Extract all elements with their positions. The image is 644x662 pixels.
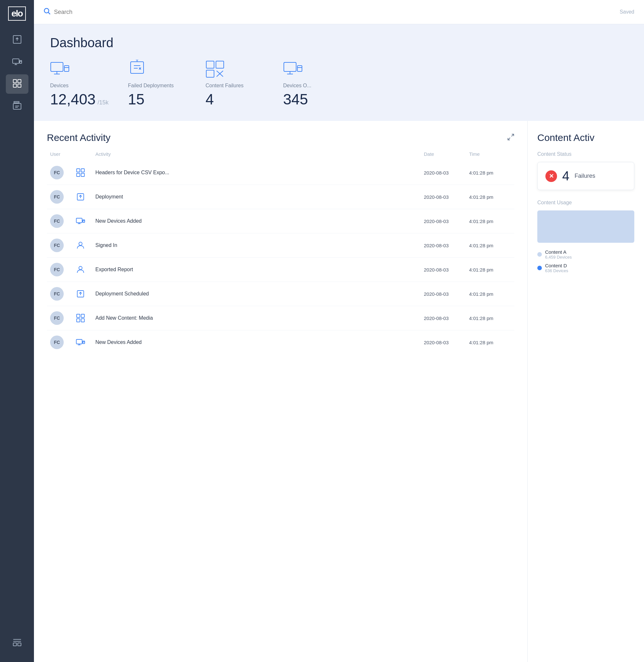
activity-time: 4:01:28 pm <box>469 340 511 345</box>
activity-name: Signed In <box>95 242 424 248</box>
svg-rect-2 <box>13 59 19 63</box>
search-input[interactable] <box>54 9 151 16</box>
stat-value-row-failed: 15 <box>128 91 144 108</box>
table-row: FC New Devices Added 2020-08-03 <box>47 330 514 354</box>
svg-rect-62 <box>77 319 80 322</box>
svg-rect-63 <box>81 319 84 322</box>
sidebar-nav <box>6 30 28 633</box>
svg-rect-17 <box>13 643 17 646</box>
svg-point-56 <box>79 242 82 245</box>
sidebar-item-devices[interactable] <box>6 52 28 72</box>
avatar: FC <box>50 311 76 325</box>
recent-activity-header: Recent Activity <box>47 132 514 143</box>
stats-cards: Devices 12,403 /15k <box>50 60 628 108</box>
search-icon <box>44 8 51 16</box>
main-content: Saved Dashboard <box>34 0 644 662</box>
devices-stat-icon <box>50 60 70 79</box>
failed-deploy-stat-icon <box>128 60 147 79</box>
activity-date: 2020-08-03 <box>424 267 469 273</box>
avatar: FC <box>50 190 76 204</box>
col-date: Date <box>424 151 469 157</box>
table-row: FC New Devices Added 2020-08-03 <box>47 209 514 233</box>
sidebar-item-layout[interactable] <box>6 633 28 652</box>
activity-name: New Devices Added <box>95 218 424 224</box>
activity-name: New Devices Added <box>95 339 424 345</box>
content-activity-panel: Content Activ Content Status ✕ 4 Failure… <box>528 121 644 662</box>
dashboard-area: Dashboard Devices <box>34 24 644 662</box>
svg-rect-46 <box>81 169 84 172</box>
activity-date: 2020-08-03 <box>424 170 469 175</box>
activity-date: 2020-08-03 <box>424 243 469 248</box>
stats-banner: Dashboard Devices <box>34 24 644 121</box>
svg-rect-41 <box>297 66 302 71</box>
stat-value-content-failures: 4 <box>206 91 214 108</box>
svg-line-44 <box>508 138 510 140</box>
sidebar-item-reports[interactable] <box>6 96 28 116</box>
activity-icon-upload <box>76 192 95 202</box>
col-user: User <box>50 151 76 157</box>
reports-icon <box>12 100 22 112</box>
avatar: FC <box>50 335 76 349</box>
saved-label: Saved <box>620 9 634 15</box>
activity-date: 2020-08-03 <box>424 340 469 345</box>
failure-x-icon: ✕ <box>545 170 557 182</box>
activity-date: 2020-08-03 <box>424 315 469 321</box>
layout-icon <box>12 637 22 648</box>
avatar: FC <box>50 263 76 276</box>
stat-label-content-failures: Content Failures <box>206 83 244 89</box>
stat-sub-devices: /15k <box>98 99 109 106</box>
svg-rect-67 <box>83 341 85 344</box>
activity-icon-person <box>76 241 95 250</box>
col-icon <box>76 151 95 157</box>
search-area <box>44 8 620 16</box>
header: Saved <box>34 0 644 24</box>
svg-rect-47 <box>77 173 80 176</box>
activity-icon-devices2 <box>76 338 95 347</box>
stat-card-devices: Devices 12,403 /15k <box>50 60 109 108</box>
panels-row: Recent Activity User Acti <box>34 121 644 662</box>
sidebar-item-upload[interactable] <box>6 30 28 50</box>
legend-dot-d <box>537 266 542 270</box>
activity-time: 4:01:28 pm <box>469 267 511 273</box>
svg-rect-8 <box>18 79 21 83</box>
svg-point-19 <box>44 8 49 13</box>
svg-rect-21 <box>51 63 63 71</box>
expand-icon[interactable] <box>507 134 514 142</box>
svg-line-43 <box>511 134 514 136</box>
stat-label-devices-offline: Devices O... <box>283 83 311 89</box>
sidebar: elo <box>0 0 34 662</box>
stat-value-row-devices: 12,403 /15k <box>50 91 109 108</box>
svg-rect-45 <box>77 169 80 172</box>
svg-rect-34 <box>216 61 224 68</box>
table-row: FC Headers for Device CSV Expo... 2020-0… <box>47 161 514 185</box>
svg-rect-24 <box>64 66 69 71</box>
activity-icon-apps2 <box>76 313 95 323</box>
svg-rect-9 <box>13 84 17 87</box>
legend-text-d: Content D 636 Devices <box>545 263 568 273</box>
svg-rect-26 <box>131 62 143 73</box>
content-fail-stat-icon <box>206 60 225 79</box>
stat-value-devices: 12,403 <box>50 91 96 108</box>
content-usage-label: Content Usage <box>537 200 634 206</box>
activity-date: 2020-08-03 <box>424 194 469 200</box>
avatar: FC <box>50 239 76 252</box>
upload-icon <box>12 34 22 46</box>
svg-rect-7 <box>13 79 17 83</box>
activity-icon-apps <box>76 168 95 177</box>
stat-card-devices-offline: Devices O... 345 <box>283 60 341 108</box>
sidebar-item-apps[interactable] <box>6 74 28 94</box>
col-time: Time <box>469 151 511 157</box>
avatar: FC <box>50 166 76 180</box>
activity-table: User Activity Date Time FC <box>47 151 514 354</box>
activity-icon-upload2 <box>76 289 95 298</box>
legend-dot-a <box>537 252 542 257</box>
activity-time: 4:01:28 pm <box>469 218 511 224</box>
svg-line-20 <box>48 13 50 15</box>
activity-icon-devices <box>76 217 95 226</box>
stat-value-failed: 15 <box>128 91 144 108</box>
svg-rect-33 <box>206 61 214 68</box>
content-status-label: Content Status <box>537 151 634 157</box>
avatar: FC <box>50 287 76 301</box>
sidebar-bottom <box>6 633 28 656</box>
legend-item-a: Content A 6,459 Devices <box>537 249 634 260</box>
